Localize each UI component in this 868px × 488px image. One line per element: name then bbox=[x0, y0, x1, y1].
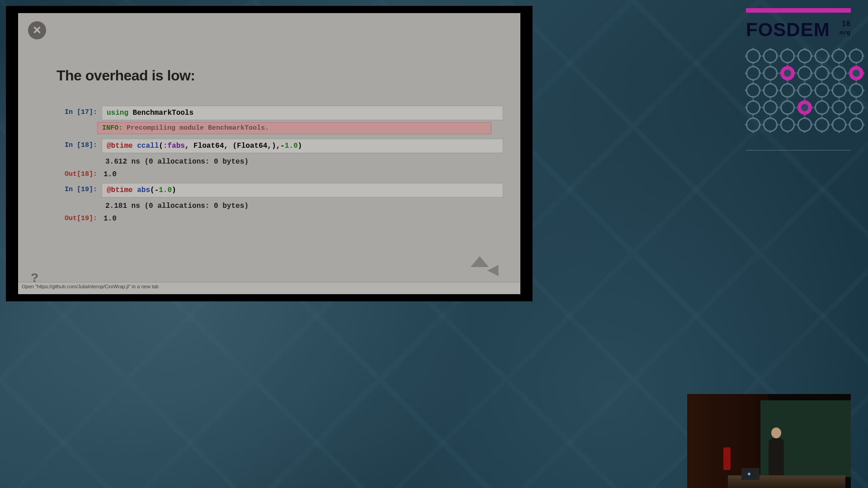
gear-icon bbox=[815, 66, 829, 80]
pip-speaker-body bbox=[769, 438, 784, 479]
gear-icon bbox=[746, 83, 760, 98]
gear-pattern bbox=[746, 49, 851, 132]
gear-icon bbox=[780, 100, 795, 115]
out-value-18: 1.0 bbox=[102, 168, 503, 178]
gear-icon bbox=[780, 117, 795, 132]
gear-icon bbox=[746, 66, 760, 80]
gear-icon bbox=[746, 49, 760, 63]
gear-icon bbox=[832, 49, 846, 63]
gear-icon bbox=[780, 49, 795, 63]
gear-icon bbox=[832, 66, 846, 80]
gear-icon bbox=[849, 49, 863, 63]
code-in-18[interactable]: @btime ccall(:fabs, Float64, (Float64,),… bbox=[102, 139, 503, 153]
gear-icon bbox=[832, 100, 846, 115]
gear-icon bbox=[797, 49, 812, 63]
gear-icon bbox=[763, 66, 778, 80]
out-value-19: 1.0 bbox=[102, 212, 503, 223]
gear-icon bbox=[815, 117, 829, 132]
gear-icon bbox=[832, 83, 846, 98]
event-name: FOSDEM bbox=[746, 19, 830, 40]
gear-icon bbox=[815, 100, 829, 115]
event-domain: .org bbox=[838, 29, 851, 36]
pip-extinguisher bbox=[723, 447, 731, 470]
info-label: INFO: bbox=[102, 124, 123, 132]
prompt-in-18: In [18]: bbox=[57, 139, 102, 153]
slide-title: The overhead is low: bbox=[57, 67, 503, 84]
gear-icon bbox=[849, 117, 863, 132]
nav-left-icon[interactable]: ◀ bbox=[487, 261, 499, 278]
brand-divider bbox=[746, 150, 851, 150]
browser-status-bar: Open "https://github.com/JuliaInterop/Cx… bbox=[18, 282, 520, 294]
gear-highlight-icon bbox=[780, 66, 795, 80]
info-output: INFO: Precompiling module BenchmarkTools… bbox=[97, 122, 491, 134]
gear-icon bbox=[815, 83, 829, 98]
gear-highlight-icon bbox=[849, 66, 863, 80]
close-icon: ✕ bbox=[33, 24, 42, 37]
speaker-camera bbox=[687, 394, 851, 488]
slide-surface: ✕ The overhead is low: In [17]: using Be… bbox=[18, 13, 520, 294]
prompt-in-19: In [19]: bbox=[57, 183, 102, 197]
nav-up-icon[interactable] bbox=[471, 256, 489, 267]
cell-out-19: Out[19]: 1.0 bbox=[57, 212, 503, 223]
gear-highlight-icon bbox=[797, 100, 812, 115]
gear-icon bbox=[763, 117, 778, 132]
close-presentation-button[interactable]: ✕ bbox=[28, 21, 46, 39]
cell-in-19: In [19]: @btime abs(-1.0) bbox=[57, 183, 503, 197]
event-logo-text: FOSDEM 18 .org bbox=[746, 19, 851, 41]
code-in-19[interactable]: @btime abs(-1.0) bbox=[102, 183, 503, 197]
pip-speaker-head bbox=[771, 427, 781, 438]
slide-frame: ✕ The overhead is low: In [17]: using Be… bbox=[6, 6, 533, 301]
cell-in-17: In [17]: using BenchmarkTools bbox=[57, 106, 503, 120]
gear-icon bbox=[746, 100, 760, 115]
slide-content: The overhead is low: In [17]: using Benc… bbox=[57, 67, 503, 225]
prompt-in-17: In [17]: bbox=[57, 106, 102, 120]
gear-icon bbox=[763, 49, 778, 63]
gear-icon bbox=[815, 49, 829, 63]
pip-laptop bbox=[741, 468, 760, 480]
cell-out-18: Out[18]: 1.0 bbox=[57, 168, 503, 178]
gear-icon bbox=[849, 100, 863, 115]
gear-icon bbox=[763, 83, 778, 98]
brand-accent-bar bbox=[746, 8, 851, 13]
info-text: Precompiling module BenchmarkTools. bbox=[127, 124, 269, 132]
stdout-19: 2.181 ns (0 allocations: 0 bytes) bbox=[105, 199, 503, 212]
gear-icon bbox=[849, 83, 863, 98]
event-branding: FOSDEM 18 .org bbox=[746, 0, 851, 150]
gear-icon bbox=[763, 100, 778, 115]
gear-icon bbox=[780, 83, 795, 98]
gear-icon bbox=[797, 66, 812, 80]
prompt-out-18: Out[18]: bbox=[57, 168, 102, 178]
gear-icon bbox=[746, 117, 760, 132]
gear-icon bbox=[797, 117, 812, 132]
gear-icon bbox=[797, 83, 812, 98]
stdout-18: 3.612 ns (0 allocations: 0 bytes) bbox=[105, 155, 503, 168]
prompt-out-19: Out[19]: bbox=[57, 212, 102, 223]
event-year: 18 bbox=[842, 20, 851, 28]
code-in-17[interactable]: using BenchmarkTools bbox=[102, 106, 503, 120]
gear-icon bbox=[832, 117, 846, 132]
cell-in-18: In [18]: @btime ccall(:fabs, Float64, (F… bbox=[57, 139, 503, 153]
